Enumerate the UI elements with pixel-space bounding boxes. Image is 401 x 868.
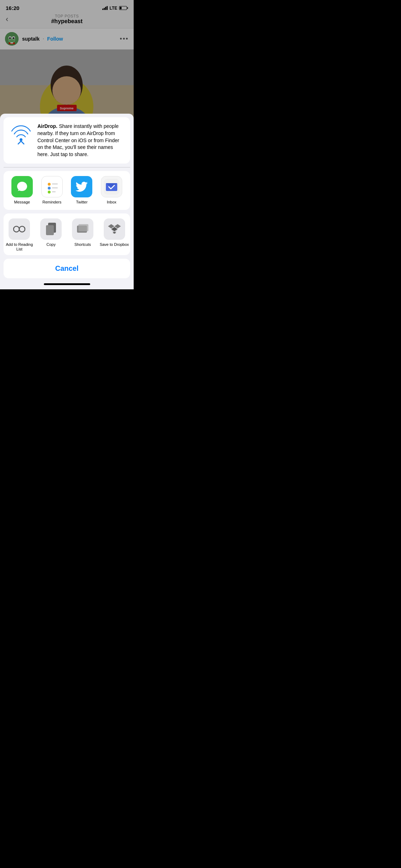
svg-line-19 xyxy=(21,141,24,144)
svg-point-22 xyxy=(48,183,51,186)
message-label: Message xyxy=(14,200,30,205)
svg-point-32 xyxy=(19,226,25,232)
twitter-label: Twitter xyxy=(76,200,87,205)
svg-point-24 xyxy=(48,191,51,193)
app-row: Message Remin xyxy=(4,171,130,210)
svg-point-23 xyxy=(48,187,51,190)
airdrop-icon xyxy=(9,123,32,146)
copy-icon xyxy=(40,218,62,240)
cancel-button[interactable]: Cancel xyxy=(4,259,130,278)
section-divider xyxy=(4,167,130,167)
svg-point-20 xyxy=(20,138,22,141)
share-sheet: AirDrop. Share instantly with people nea… xyxy=(0,114,134,289)
reminders-label: Reminders xyxy=(42,200,61,205)
dropbox-logo-icon xyxy=(108,223,121,235)
reminders-list-icon xyxy=(44,179,60,195)
svg-rect-26 xyxy=(52,187,58,188)
airdrop-text: AirDrop. Share instantly with people nea… xyxy=(37,123,124,158)
shortcuts-label: Shortcuts xyxy=(74,242,91,247)
home-indicator xyxy=(0,281,134,289)
twitter-bird-icon xyxy=(76,182,88,192)
message-icon xyxy=(11,176,33,197)
shortcuts-icon xyxy=(72,218,93,240)
home-bar xyxy=(44,283,90,285)
copy-pages-icon xyxy=(45,223,57,236)
svg-line-18 xyxy=(18,141,21,144)
reading-list-icon xyxy=(9,218,30,240)
share-main-panel: AirDrop. Share instantly with people nea… xyxy=(0,114,134,289)
twitter-icon xyxy=(71,176,92,197)
svg-rect-21 xyxy=(44,179,60,195)
svg-rect-39 xyxy=(78,224,88,231)
shortcuts-layers-icon xyxy=(76,223,89,236)
svg-point-31 xyxy=(14,226,19,232)
share-item-twitter[interactable]: Twitter xyxy=(67,176,97,205)
share-item-message[interactable]: Message xyxy=(7,176,37,205)
share-item-inbox[interactable]: Inbox xyxy=(97,176,127,205)
action-dropbox[interactable]: Save to Dropbox xyxy=(98,218,130,252)
copy-label: Copy xyxy=(46,242,56,247)
cancel-label[interactable]: Cancel xyxy=(55,264,79,272)
airdrop-section[interactable]: AirDrop. Share instantly with people nea… xyxy=(4,117,130,164)
dropbox-icon xyxy=(104,218,125,240)
share-item-reminders[interactable]: Reminders xyxy=(37,176,67,205)
message-bubble-icon xyxy=(16,180,29,193)
inbox-label: Inbox xyxy=(107,200,117,205)
dropbox-label: Save to Dropbox xyxy=(100,242,129,247)
inbox-email-icon xyxy=(104,179,119,195)
action-reading-list[interactable]: Add to Reading List xyxy=(4,218,35,252)
airdrop-title: AirDrop. xyxy=(37,123,57,129)
inbox-icon xyxy=(101,176,122,197)
reminders-icon xyxy=(41,176,63,197)
glasses-icon xyxy=(13,225,25,233)
svg-rect-27 xyxy=(52,191,56,192)
svg-rect-37 xyxy=(46,225,54,235)
action-copy[interactable]: Copy xyxy=(35,218,67,252)
reading-list-label: Add to Reading List xyxy=(4,242,35,252)
airdrop-rings-icon xyxy=(10,124,32,145)
action-shortcuts[interactable]: Shortcuts xyxy=(67,218,99,252)
svg-rect-25 xyxy=(52,184,58,185)
svg-marker-44 xyxy=(113,232,116,234)
action-row: Add to Reading List Copy xyxy=(4,213,130,255)
